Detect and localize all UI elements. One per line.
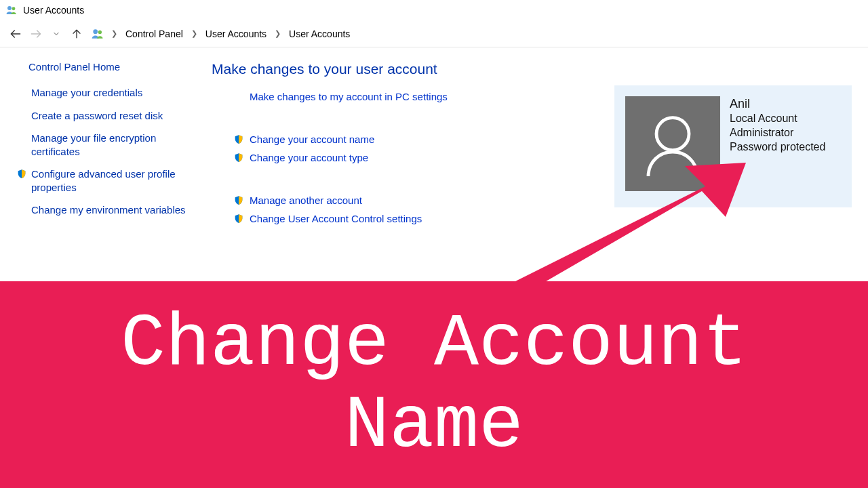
sidebar-link-env-vars[interactable]: Change my environment variables bbox=[16, 203, 193, 217]
sidebar-link-profile-properties[interactable]: Configure advanced user profile properti… bbox=[16, 167, 193, 194]
nav-forward-button[interactable] bbox=[26, 24, 46, 44]
sidebar-link-credentials[interactable]: Manage your credentials bbox=[16, 86, 193, 100]
shield-icon bbox=[233, 195, 244, 206]
recent-locations-dropdown[interactable] bbox=[46, 24, 66, 44]
user-info: Anil Local Account Administrator Passwor… bbox=[730, 96, 825, 155]
svg-point-2 bbox=[93, 29, 98, 34]
avatar bbox=[625, 96, 720, 191]
sidebar-link-password-reset[interactable]: Create a password reset disk bbox=[16, 109, 193, 123]
main-heading: Make changes to your user account bbox=[212, 61, 852, 77]
sidebar-item-label: Manage your credentials bbox=[31, 86, 142, 100]
breadcrumb-icon bbox=[91, 27, 104, 41]
svg-point-1 bbox=[12, 7, 16, 10]
link-uac-settings[interactable]: Change User Account Control settings bbox=[233, 213, 852, 224]
sidebar-item-label: Configure advanced user profile properti… bbox=[31, 167, 193, 194]
breadcrumb-item[interactable]: User Accounts bbox=[203, 27, 269, 41]
chevron-right-icon[interactable]: ❯ bbox=[272, 29, 283, 38]
main-link-label: Change your account type bbox=[250, 152, 368, 163]
chevron-right-icon[interactable]: ❯ bbox=[189, 29, 200, 38]
sidebar-item-label: Change my environment variables bbox=[31, 203, 186, 217]
navigation-bar: ❯ Control Panel ❯ User Accounts ❯ User A… bbox=[0, 20, 868, 47]
breadcrumb-item[interactable]: User Accounts bbox=[286, 27, 353, 41]
chevron-right-icon[interactable]: ❯ bbox=[108, 29, 120, 38]
banner-text-line1: Change Account bbox=[121, 302, 747, 386]
svg-point-3 bbox=[98, 30, 102, 33]
sidebar-item-label: Create a password reset disk bbox=[31, 109, 163, 123]
sidebar-link-file-encryption[interactable]: Manage your file encryption certificates bbox=[16, 131, 193, 158]
shield-icon bbox=[233, 152, 244, 163]
banner-text-line2: Name bbox=[344, 384, 524, 468]
user-role: Administrator bbox=[730, 126, 825, 140]
sidebar-item-label: Manage your file encryption certificates bbox=[31, 131, 193, 158]
control-panel-home-link[interactable]: Control Panel Home bbox=[16, 61, 193, 73]
user-name: Anil bbox=[730, 96, 825, 112]
main-link-label: Change User Account Control settings bbox=[250, 213, 422, 224]
nav-up-button[interactable] bbox=[66, 24, 87, 44]
breadcrumb[interactable]: ❯ Control Panel ❯ User Accounts ❯ User A… bbox=[108, 27, 353, 41]
window-title: User Accounts bbox=[23, 5, 84, 16]
svg-point-0 bbox=[7, 6, 12, 10]
user-protection: Password protected bbox=[730, 140, 825, 155]
user-card[interactable]: Anil Local Account Administrator Passwor… bbox=[614, 85, 852, 207]
user-accounts-icon bbox=[5, 4, 18, 16]
annotation-banner: Change Account Name bbox=[0, 281, 868, 488]
titlebar: User Accounts bbox=[0, 0, 868, 20]
svg-point-4 bbox=[656, 118, 689, 150]
breadcrumb-item[interactable]: Control Panel bbox=[123, 27, 186, 41]
user-type: Local Account bbox=[730, 112, 825, 126]
main-link-label: Change your account name bbox=[250, 134, 374, 145]
shield-icon bbox=[233, 134, 244, 145]
nav-back-button[interactable] bbox=[5, 24, 26, 44]
shield-icon bbox=[233, 214, 244, 224]
main-link-label: Make changes to my account in PC setting… bbox=[250, 91, 448, 102]
shield-icon bbox=[16, 169, 27, 180]
main-link-label: Manage another account bbox=[250, 195, 362, 206]
